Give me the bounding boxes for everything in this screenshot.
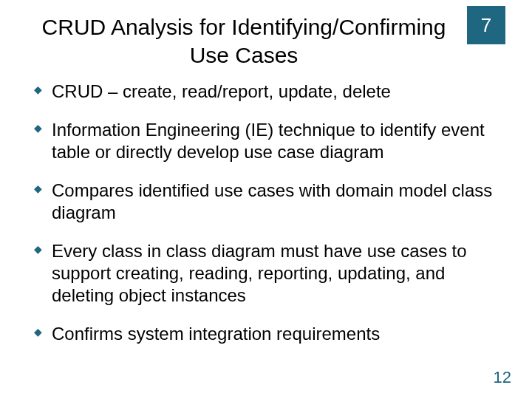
slide-title: CRUD Analysis for Identifying/Confirming…: [34, 13, 498, 69]
chapter-badge: 7: [467, 6, 505, 44]
slide: 7 CRUD Analysis for Identifying/Confirmi…: [0, 0, 532, 399]
page-number: 12: [494, 368, 511, 387]
list-item: Compares identified use cases with domai…: [34, 180, 498, 224]
list-item: Information Engineering (IE) technique t…: [34, 119, 498, 163]
bullet-list: CRUD – create, read/report, update, dele…: [34, 81, 498, 345]
list-item: Every class in class diagram must have u…: [34, 240, 498, 307]
list-item: CRUD – create, read/report, update, dele…: [34, 81, 498, 103]
list-item: Confirms system integration requirements: [34, 323, 498, 345]
